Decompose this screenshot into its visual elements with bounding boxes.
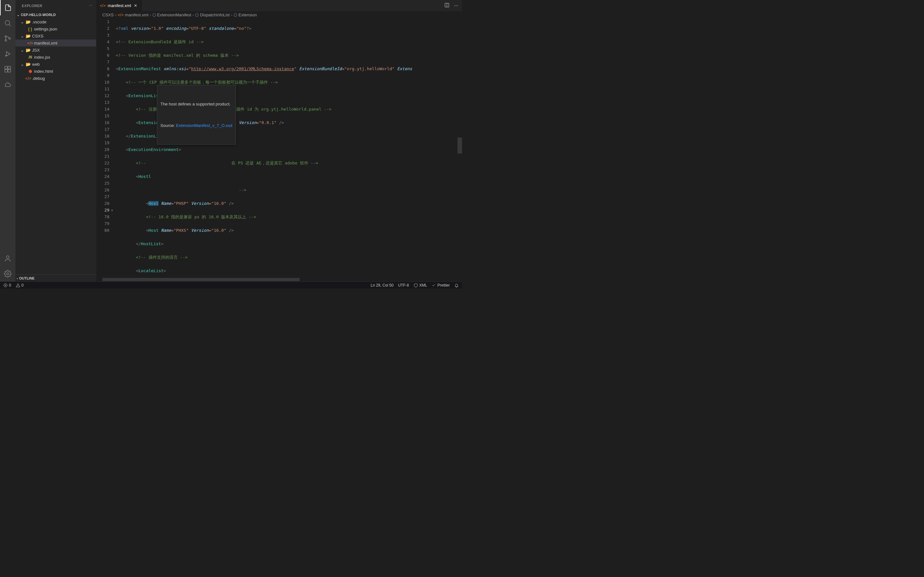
status-position[interactable]: Ln 29, Col 50 (371, 283, 393, 287)
editor-area: </> manifest.xml ✕ ⋯ CSXS› </>manifest.x… (97, 0, 462, 282)
horizontal-scrollbar[interactable] (97, 277, 462, 282)
symbol-icon: ⬡ (234, 13, 237, 17)
svg-point-0 (5, 21, 10, 25)
language-label: XML (419, 283, 427, 287)
line-number: 17 (97, 126, 110, 133)
account-icon[interactable] (0, 251, 15, 266)
chevron-down-icon: ⌄ (21, 62, 24, 67)
settings-gear-icon[interactable] (0, 266, 15, 282)
tooltip-source-link[interactable]: ExtensionManifest_v_7_O.xsd (176, 123, 232, 128)
tree-file[interactable]: </>.debug (15, 75, 96, 82)
tree-folder[interactable]: ⌄📂CSXS (15, 32, 96, 39)
folder-icon: 📂 (26, 61, 31, 67)
minimap-slider[interactable] (457, 137, 462, 153)
error-count: 0 (9, 283, 11, 287)
line-number: 6 (97, 52, 110, 59)
tree-folder[interactable]: ⌄📂web (15, 61, 96, 68)
notifications-icon[interactable] (454, 283, 459, 287)
more-icon[interactable]: ⋯ (454, 3, 458, 8)
tabs-bar: </> manifest.xml ✕ ⋯ (97, 0, 462, 11)
search-icon[interactable] (0, 15, 15, 31)
warning-count: 0 (21, 283, 24, 287)
tree-label: index.html (34, 69, 53, 74)
file-tree: ⌄📂.vscode { }settings.json ⌄📂CSXS </>man… (15, 18, 96, 274)
editor-body[interactable]: 1 2 3 4 5 6 7 8 9 10 11 12 13 14 15 16 1… (97, 18, 462, 277)
folder-icon: 📂 (26, 33, 31, 39)
tree-label: JSX (32, 48, 40, 53)
explorer-title: EXPLORER (22, 4, 42, 8)
line-number: 14 (97, 106, 110, 113)
line-number: 25 (97, 180, 110, 187)
symbol-icon: ⬡ (195, 13, 199, 17)
line-number: 23 (97, 166, 110, 173)
xml-icon: </> (27, 40, 33, 45)
line-number: 27 (97, 193, 110, 200)
line-number: 80 (97, 227, 110, 234)
tree-file[interactable]: { }settings.json (15, 25, 96, 32)
status-language[interactable]: XML (414, 283, 427, 287)
activity-bar (0, 0, 15, 282)
close-icon[interactable]: ✕ (133, 3, 138, 8)
line-number: 29› (97, 207, 110, 213)
outline-label: OUTLINE (19, 276, 35, 280)
line-number: 18 (97, 133, 110, 139)
line-number: 28 (97, 200, 110, 207)
fold-icon[interactable]: › (111, 207, 113, 213)
svg-point-9 (6, 256, 9, 258)
breadcrumb-item[interactable]: ExtensionManifest (157, 13, 191, 17)
svg-rect-7 (8, 69, 11, 72)
line-number: 12 (97, 92, 110, 99)
outline-section[interactable]: › OUTLINE (15, 274, 96, 282)
line-number: 20 (97, 146, 110, 153)
minimap[interactable] (457, 18, 462, 277)
svg-point-4 (5, 55, 6, 56)
breadcrumb-item[interactable]: manifest.xml (125, 13, 149, 17)
formatter-label: Prettier (437, 283, 450, 287)
tree-label: CSXS (32, 34, 43, 39)
line-number: 24 (97, 173, 110, 180)
status-warnings[interactable]: 0 (16, 283, 24, 287)
xml-icon: </> (100, 3, 106, 8)
root-label: CEP-HELLO-WORLD (21, 13, 56, 17)
html-icon: ⬢ (27, 69, 33, 74)
json-icon: { } (27, 26, 33, 31)
debug-icon[interactable] (0, 46, 15, 61)
breadcrumb-item[interactable]: CSXS (102, 13, 113, 17)
tree-label: index.jsx (34, 55, 50, 60)
tree-folder[interactable]: ⌄📂.vscode (15, 18, 96, 25)
split-editor-icon[interactable] (444, 3, 449, 9)
symbol-icon: ⬡ (152, 13, 156, 17)
cloud-icon[interactable] (0, 77, 15, 92)
line-number: 13 (97, 99, 110, 106)
line-number: 79 (97, 220, 110, 227)
more-icon[interactable]: ⋯ (89, 3, 93, 8)
line-number: 1 (97, 18, 110, 25)
folder-icon: 📂 (26, 19, 31, 24)
tree-label: .debug (32, 76, 45, 81)
explorer-icon[interactable] (0, 0, 15, 15)
source-control-icon[interactable] (0, 31, 15, 46)
status-encoding[interactable]: UTF-8 (398, 283, 409, 287)
scroll-thumb[interactable] (102, 278, 300, 281)
breadcrumb-item[interactable]: DispatchInfoList (200, 13, 230, 17)
status-formatter[interactable]: Prettier (431, 283, 450, 287)
tree-folder[interactable]: ⌄📂JSX (15, 47, 96, 53)
code-content[interactable]: <?xml version="1.0" encoding="UTF-8" sta… (115, 18, 462, 277)
tree-file[interactable]: </>manifest.xml (15, 39, 96, 47)
tab-label: manifest.xml (108, 3, 131, 8)
line-number: 26 (97, 187, 110, 193)
line-number: 10 (97, 79, 110, 85)
tree-file[interactable]: ⬢index.html (15, 68, 96, 75)
chevron-right-icon: › (150, 13, 151, 17)
tooltip-source: Source: ExtensionManifest_v_7_O.xsd (160, 122, 232, 129)
chevron-right-icon: › (192, 13, 194, 17)
folder-root[interactable]: ⌄ CEP-HELLO-WORLD (15, 11, 96, 18)
status-errors[interactable]: 0 (3, 283, 11, 287)
extensions-icon[interactable] (0, 61, 15, 77)
chevron-down-icon: ⌄ (21, 34, 24, 39)
breadcrumb-item[interactable]: Extension (238, 13, 257, 17)
breadcrumbs[interactable]: CSXS› </>manifest.xml› ⬡ExtensionManifes… (97, 11, 462, 18)
tab-manifest[interactable]: </> manifest.xml ✕ (97, 0, 142, 11)
xml-icon: </> (118, 13, 124, 17)
tree-file[interactable]: JSindex.jsx (15, 53, 96, 61)
